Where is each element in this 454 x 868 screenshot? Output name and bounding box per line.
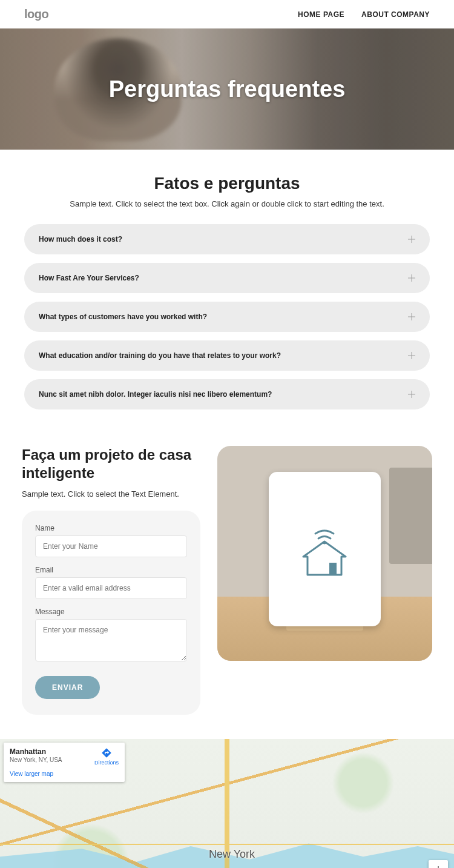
plus-icon: [408, 313, 415, 320]
map-zoom-controls: + −: [429, 860, 448, 868]
message-input[interactable]: [35, 619, 187, 661]
email-label: Email: [35, 566, 187, 574]
plus-icon: [408, 236, 415, 243]
faq-item-label: Nunc sit amet nibh dolor. Integer iaculi…: [39, 390, 272, 399]
svg-rect-1: [329, 563, 337, 575]
faq-title: Fatos e perguntas: [24, 174, 430, 193]
email-input[interactable]: [35, 577, 187, 599]
plus-icon: [408, 352, 415, 359]
hero: Perguntas frequentes: [0, 28, 454, 150]
name-label: Name: [35, 524, 187, 532]
zoom-in-button[interactable]: +: [429, 860, 448, 868]
directions-icon: [101, 747, 112, 758]
name-input[interactable]: [35, 535, 187, 557]
faq-section: Fatos e perguntas Sample text. Click to …: [0, 150, 454, 440]
contact-form: Name Email Message ENVIAR: [22, 511, 200, 715]
logo[interactable]: logo: [24, 7, 48, 21]
nav-about[interactable]: ABOUT COMPANY: [361, 10, 430, 19]
project-section: Faça um projeto de casa inteligente Samp…: [0, 440, 454, 739]
project-form-column: Faça um projeto de casa inteligente Samp…: [22, 446, 200, 715]
faq-item-label: What types of customers have you worked …: [39, 313, 207, 321]
view-larger-map-link[interactable]: View larger map: [10, 770, 119, 777]
smart-home-image: [217, 446, 432, 661]
faq-item[interactable]: Nunc sit amet nibh dolor. Integer iaculi…: [24, 379, 430, 409]
directions-label: Directions: [94, 760, 119, 766]
faq-item[interactable]: How Fast Are Your Services?: [24, 263, 430, 293]
submit-button[interactable]: ENVIAR: [35, 676, 100, 699]
faq-item[interactable]: What education and/or training do you ha…: [24, 340, 430, 371]
map[interactable]: New York Manhattan New York, NY, USA Dir…: [0, 739, 454, 868]
directions-button[interactable]: Directions: [94, 747, 119, 766]
faq-item[interactable]: How much does it cost?: [24, 224, 430, 254]
map-city-label: New York: [209, 848, 255, 861]
faq-item-label: How much does it cost?: [39, 235, 122, 244]
faq-item-label: What education and/or training do you ha…: [39, 351, 281, 360]
plus-icon: [408, 391, 415, 398]
smart-house-icon: [294, 514, 355, 583]
project-image-column: [217, 446, 432, 661]
map-card-subtitle: New York, NY, USA: [10, 757, 62, 763]
map-card-title: Manhattan: [10, 747, 62, 756]
hero-title: Perguntas frequentes: [109, 76, 346, 102]
faq-description: Sample text. Click to select the text bo…: [24, 199, 430, 208]
nav-home[interactable]: HOME PAGE: [298, 10, 344, 19]
faq-item[interactable]: What types of customers have you worked …: [24, 302, 430, 332]
project-description: Sample text. Click to select the Text El…: [22, 489, 200, 499]
map-info-card: Manhattan New York, NY, USA Directions V…: [4, 743, 125, 782]
site-header: logo HOME PAGE ABOUT COMPANY: [0, 0, 454, 28]
project-title: Faça um projeto de casa inteligente: [22, 446, 200, 482]
faq-accordion: How much does it cost? How Fast Are Your…: [24, 224, 430, 409]
message-label: Message: [35, 608, 187, 616]
main-nav: HOME PAGE ABOUT COMPANY: [298, 10, 430, 19]
plus-icon: [408, 274, 415, 282]
tablet-device: [269, 472, 381, 627]
faq-item-label: How Fast Are Your Services?: [39, 274, 139, 282]
